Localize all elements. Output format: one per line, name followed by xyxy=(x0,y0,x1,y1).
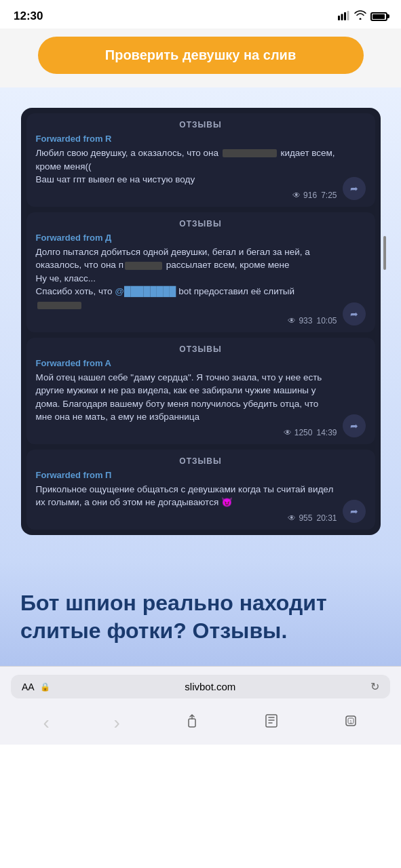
text-part-1a: Любил свою девушку, а оказалось, что она xyxy=(36,148,221,158)
review-text-1: Любил свою девушку, а оказалось, что она… xyxy=(36,146,337,186)
status-icons xyxy=(338,10,387,22)
view-icon-4: 👁 xyxy=(288,513,296,523)
tabs-button[interactable]: 1 xyxy=(337,711,365,735)
review-text-4: Прикольное ощущение общаться с девушками… xyxy=(36,483,337,509)
svg-rect-0 xyxy=(338,16,340,20)
view-icon-3: 👁 xyxy=(284,428,292,437)
browser-nav: ‹ › 1 xyxy=(11,704,390,739)
review-card-1: ОТЗЫВЫ Forwarded from R Любил свою девуш… xyxy=(26,113,375,207)
share-nav-button[interactable] xyxy=(178,711,206,735)
aa-label[interactable]: AA xyxy=(22,682,35,692)
svg-rect-2 xyxy=(344,12,346,20)
share-icon-4: ➦ xyxy=(350,506,358,517)
review-footer-1: 👁 916 7:25 xyxy=(36,191,337,200)
share-button-4[interactable]: ➦ xyxy=(343,500,366,523)
review-header-1: ОТЗЫВЫ xyxy=(36,120,366,130)
card-row-3: Forwarded from A Мой отец нашел себе "да… xyxy=(36,358,366,437)
review-time-3: 14:39 xyxy=(316,428,337,437)
share-icon-2: ➦ xyxy=(350,309,358,319)
view-icon-1: 👁 xyxy=(292,191,301,200)
lock-icon: 🔒 xyxy=(40,682,50,692)
status-bar: 12:30 xyxy=(0,0,401,28)
review-header-3: ОТЗЫВЫ xyxy=(36,344,366,354)
review-footer-2: 👁 933 10:05 xyxy=(36,316,337,326)
url-text[interactable]: slivbot.com xyxy=(56,681,365,692)
bottom-heading: Бот шпион реально находит слитые фотки? … xyxy=(20,589,381,646)
card-content-3: Forwarded from A Мой отец нашел себе "да… xyxy=(36,358,337,437)
browser-bar: AA 🔒 slivbot.com ↻ ‹ › 1 xyxy=(0,666,401,745)
forward-button[interactable]: › xyxy=(107,709,127,736)
censored-2b xyxy=(37,302,81,309)
share-icon-1: ➦ xyxy=(350,183,358,194)
review-views-4: 👁 955 xyxy=(288,513,312,523)
share-button-1[interactable]: ➦ xyxy=(343,177,366,200)
view-icon-2: 👁 xyxy=(288,316,296,326)
forwarded-from-1: Forwarded from R xyxy=(36,134,337,144)
mention-2: @████████ xyxy=(115,286,176,296)
review-text-3: Мой отец нашел себе "даму сердца". Я точ… xyxy=(36,371,337,424)
review-views-2: 👁 933 xyxy=(288,316,312,326)
review-card-3: ОТЗЫВЫ Forwarded from A Мой отец нашел с… xyxy=(26,338,375,444)
signal-icon xyxy=(338,11,350,22)
share-icon-3: ➦ xyxy=(350,420,358,431)
bookmarks-button[interactable] xyxy=(257,711,286,735)
censored-2a xyxy=(125,262,162,270)
chat-container: ОТЗЫВЫ Forwarded from R Любил свою девуш… xyxy=(21,108,381,535)
url-bar[interactable]: AA 🔒 slivbot.com ↻ xyxy=(11,675,390,698)
censored-1 xyxy=(223,149,277,157)
reviews-section: ОТЗЫВЫ Forwarded from R Любил свою девуш… xyxy=(0,87,401,562)
review-time-4: 20:31 xyxy=(316,513,337,523)
review-views-3: 👁 1250 xyxy=(284,428,313,437)
forwarded-from-4: Forwarded from П xyxy=(36,470,337,480)
review-time-1: 7:25 xyxy=(321,191,337,200)
forwarded-from-2: Forwarded from Д xyxy=(36,233,337,243)
review-card-4: ОТЗЫВЫ Forwarded from П Прикольное ощуще… xyxy=(26,450,375,530)
share-button-3[interactable]: ➦ xyxy=(343,414,366,437)
back-button[interactable]: ‹ xyxy=(36,709,56,736)
chat-scrollbar[interactable] xyxy=(383,236,386,270)
card-content-2: Forwarded from Д Долго пытался добиться … xyxy=(36,233,337,326)
card-row-2: Forwarded from Д Долго пытался добиться … xyxy=(36,233,366,326)
svg-text:1: 1 xyxy=(349,719,352,724)
chat-wrapper: ОТЗЫВЫ Forwarded from R Любил свою девуш… xyxy=(14,108,387,535)
svg-rect-3 xyxy=(347,11,349,20)
review-header-2: ОТЗЫВЫ xyxy=(36,219,366,229)
reload-icon[interactable]: ↻ xyxy=(370,680,379,693)
card-content-4: Forwarded from П Прикольное ощущение общ… xyxy=(36,470,337,523)
review-time-2: 10:05 xyxy=(316,316,337,326)
review-header-4: ОТЗЫВЫ xyxy=(36,456,366,466)
review-text-2: Долго пытался добиться одной девушки, бе… xyxy=(36,245,337,312)
review-footer-3: 👁 1250 14:39 xyxy=(36,428,337,437)
svg-rect-5 xyxy=(266,715,277,727)
card-row-4: Forwarded from П Прикольное ощущение общ… xyxy=(36,470,366,523)
wifi-icon xyxy=(354,10,366,22)
card-row-1: Forwarded from R Любил свою девушку, а о… xyxy=(36,134,366,200)
card-content-1: Forwarded from R Любил свою девушку, а о… xyxy=(36,134,337,200)
review-views-1: 👁 916 xyxy=(292,191,317,200)
forwarded-from-3: Forwarded from A xyxy=(36,358,337,368)
check-button[interactable]: Проверить девушку на слив xyxy=(38,37,364,74)
bottom-text-section: Бот шпион реально находит слитые фотки? … xyxy=(0,562,401,666)
review-footer-4: 👁 955 20:31 xyxy=(36,513,337,523)
review-card-2: ОТЗЫВЫ Forwarded from Д Долго пытался до… xyxy=(26,212,375,332)
status-time: 12:30 xyxy=(14,9,43,23)
top-banner: Проверить девушку на слив xyxy=(0,28,401,87)
svg-rect-4 xyxy=(189,719,195,727)
share-button-2[interactable]: ➦ xyxy=(343,302,366,326)
battery-icon xyxy=(370,12,387,21)
svg-rect-1 xyxy=(341,14,343,20)
